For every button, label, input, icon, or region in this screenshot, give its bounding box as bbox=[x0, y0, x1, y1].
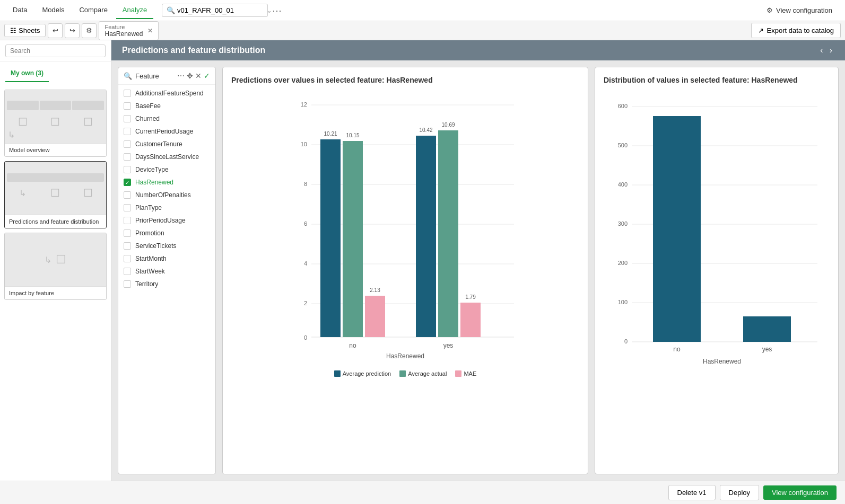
feature-checkbox-basefee bbox=[124, 102, 131, 110]
feature-item-hasrenewed[interactable]: ✓HasRenewed bbox=[118, 176, 215, 189]
bar-dist-no bbox=[653, 116, 701, 342]
charts-row: 🔍 Feature ⋯ ✥ ✕ ✓ AdditionalFeatureSpend… bbox=[111, 60, 845, 481]
feature-item-plantype[interactable]: PlanType bbox=[118, 201, 215, 214]
feature-checkbox-churned bbox=[124, 115, 131, 122]
feature-tab[interactable]: Feature HasRenewed ✕ bbox=[99, 21, 158, 40]
feature-checkbox-promotion bbox=[124, 229, 131, 237]
predictions-chart-container: 12 10 8 6 4 2 0 bbox=[231, 91, 579, 465]
feature-item-priorperiodusage[interactable]: PriorPeriodUsage bbox=[118, 214, 215, 227]
undo-button[interactable]: ↩ bbox=[48, 23, 63, 38]
more-options-button[interactable]: ⋯ bbox=[270, 5, 284, 16]
sheet-card-predictions[interactable]: ↳ ☐ ☐ Predictions and feature distributi… bbox=[4, 161, 107, 228]
feature-item-additionalfeaturespend[interactable]: AdditionalFeatureSpend bbox=[118, 87, 215, 100]
settings-button[interactable]: ⚙ bbox=[82, 23, 97, 38]
nav-compare[interactable]: Compare bbox=[73, 2, 114, 19]
svg-text:200: 200 bbox=[618, 260, 628, 266]
svg-text:10.69: 10.69 bbox=[441, 122, 455, 128]
feature-label-startmonth: StartMonth bbox=[135, 255, 167, 262]
sheets-icon: ☷ bbox=[10, 26, 16, 34]
svg-text:0: 0 bbox=[624, 338, 628, 344]
feature-item-dayssincelastservice[interactable]: DaysSinceLastService bbox=[118, 151, 215, 163]
feature-item-territory[interactable]: Territory bbox=[118, 278, 215, 290]
export-button[interactable]: ↗ Export data to catalog bbox=[751, 23, 841, 38]
feature-checkbox-servicetickets bbox=[124, 242, 131, 250]
svg-text:500: 500 bbox=[618, 142, 628, 148]
view-config-nav-button[interactable]: ⚙ View configuration bbox=[760, 3, 839, 17]
feature-item-promotion[interactable]: Promotion bbox=[118, 227, 215, 240]
expand-icon[interactable]: ✥ bbox=[187, 72, 193, 80]
feature-panel: 🔍 Feature ⋯ ✥ ✕ ✓ AdditionalFeatureSpend… bbox=[118, 67, 216, 474]
feature-label-territory: Territory bbox=[135, 280, 158, 288]
feature-item-currentperiodusage[interactable]: CurrentPeriodUsage bbox=[118, 125, 215, 138]
feature-item-numberofpenalties[interactable]: NumberOfPenalties bbox=[118, 189, 215, 201]
search-icon: 🔍 bbox=[167, 6, 175, 14]
bar-yes-avg-actual bbox=[438, 130, 458, 337]
check-icon[interactable]: ✓ bbox=[204, 72, 210, 80]
feature-label-currentperiodusage: CurrentPeriodUsage bbox=[135, 128, 193, 135]
prev-arrow-button[interactable]: ‹ bbox=[818, 46, 825, 55]
distribution-chart-svg: 600 500 400 300 200 100 0 bbox=[604, 91, 830, 382]
top-search-input[interactable] bbox=[177, 6, 266, 14]
bar-dist-yes bbox=[743, 316, 791, 342]
sidebar-search-input[interactable] bbox=[5, 45, 106, 57]
deploy-button[interactable]: Deploy bbox=[720, 485, 759, 500]
next-arrow-button[interactable]: › bbox=[827, 46, 834, 55]
svg-text:10.15: 10.15 bbox=[346, 132, 359, 138]
feature-item-churned[interactable]: Churned bbox=[118, 112, 215, 125]
feature-checkbox-hasrenewed: ✓ bbox=[124, 179, 131, 186]
feature-checkbox-customertenure bbox=[124, 140, 131, 148]
svg-text:1.79: 1.79 bbox=[465, 294, 476, 300]
content-header: Predictions and feature distribution ‹ › bbox=[111, 40, 845, 60]
predictions-chart-panel: Predictions over values in selected feat… bbox=[222, 67, 588, 474]
feature-label-priorperiodusage: PriorPeriodUsage bbox=[135, 217, 186, 224]
config-icon: ⚙ bbox=[766, 6, 773, 14]
feature-item-basefee[interactable]: BaseFee bbox=[118, 100, 215, 112]
feature-checkbox-additionalfeaturespend bbox=[124, 90, 131, 97]
feature-label-additionalfeaturespend: AdditionalFeatureSpend bbox=[135, 90, 204, 97]
feature-label-promotion: Promotion bbox=[135, 229, 164, 237]
feature-label-startweek: StartWeek bbox=[135, 268, 165, 275]
redo-button[interactable]: ↪ bbox=[65, 23, 80, 38]
nav-analyze[interactable]: Analyze bbox=[116, 2, 153, 19]
close-icon[interactable]: ✕ bbox=[195, 72, 202, 80]
distribution-chart-title: Distribution of values in selected featu… bbox=[604, 76, 830, 84]
sheets-button[interactable]: ☷ Sheets bbox=[4, 24, 46, 37]
main-layout: My own (3) ☐ ☐ bbox=[0, 40, 845, 481]
predictions-legend: Average prediction Average actual MAE bbox=[231, 370, 579, 377]
feature-item-devicetype[interactable]: DeviceType bbox=[118, 163, 215, 176]
svg-text:12: 12 bbox=[301, 101, 307, 108]
view-config-button[interactable]: View configuration bbox=[763, 485, 837, 500]
legend-dot-mae bbox=[455, 370, 461, 377]
svg-text:no: no bbox=[349, 342, 356, 349]
top-nav: Data Models Compare Analyze 🔍 ⌄ ⋯ ⚙ View… bbox=[0, 0, 845, 21]
svg-text:6: 6 bbox=[304, 220, 307, 227]
svg-text:10.21: 10.21 bbox=[324, 131, 337, 137]
predictions-chart-title: Predictions over values in selected feat… bbox=[231, 76, 579, 84]
svg-text:2: 2 bbox=[304, 300, 307, 306]
content-title: Predictions and feature distribution bbox=[122, 46, 265, 55]
close-tab-icon[interactable]: ✕ bbox=[147, 27, 153, 34]
more-icon[interactable]: ⋯ bbox=[177, 72, 185, 80]
predictions-chart-svg: 12 10 8 6 4 2 0 bbox=[231, 91, 579, 366]
feature-label-numberofpenalties: NumberOfPenalties bbox=[135, 191, 191, 199]
delete-button[interactable]: Delete v1 bbox=[668, 485, 716, 500]
svg-text:100: 100 bbox=[618, 299, 628, 305]
feature-item-startmonth[interactable]: StartMonth bbox=[118, 252, 215, 265]
feature-checkbox-startmonth bbox=[124, 255, 131, 262]
svg-text:0: 0 bbox=[304, 334, 307, 341]
feature-item-startweek[interactable]: StartWeek bbox=[118, 265, 215, 278]
nav-data[interactable]: Data bbox=[6, 2, 33, 19]
distribution-chart-container: 600 500 400 300 200 100 0 bbox=[604, 91, 830, 465]
bottom-bar: Delete v1 Deploy View configuration bbox=[0, 481, 845, 504]
legend-dot-avg-prediction bbox=[334, 370, 341, 377]
sidebar: My own (3) ☐ ☐ bbox=[0, 40, 111, 481]
nav-models[interactable]: Models bbox=[36, 2, 71, 19]
svg-text:600: 600 bbox=[618, 103, 628, 109]
feature-checkbox-plantype bbox=[124, 204, 131, 211]
sheet-card-impact[interactable]: ↳ ☐ Impact by feature bbox=[4, 233, 107, 300]
card-label-model-overview: Model overview bbox=[5, 143, 106, 156]
feature-label-hasrenewed: HasRenewed bbox=[135, 179, 173, 186]
feature-item-customertenure[interactable]: CustomerTenure bbox=[118, 138, 215, 151]
sheet-card-model-overview[interactable]: ☐ ☐ ☐ ↳ Model overview bbox=[4, 90, 107, 157]
feature-item-servicetickets[interactable]: ServiceTickets bbox=[118, 240, 215, 252]
